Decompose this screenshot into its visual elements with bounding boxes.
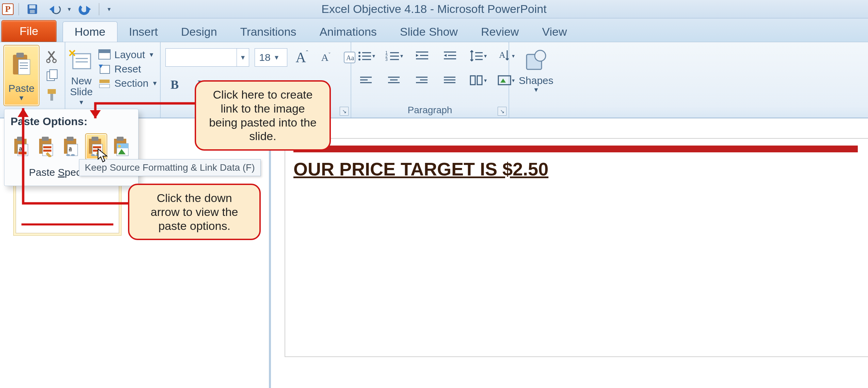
tab-design[interactable]: Design <box>170 21 229 42</box>
svg-text:a: a <box>69 146 72 151</box>
align-left-button[interactable] <box>357 72 376 88</box>
font-dialog-launcher[interactable]: ↘ <box>340 107 349 116</box>
ribbon-tabs: File Home Insert Design Transitions Anim… <box>0 18 868 42</box>
save-button[interactable] <box>24 2 41 16</box>
group-slides: New Slide ▼ Layout ▼ Rese <box>65 42 161 118</box>
undo-button[interactable]: ▾ <box>46 2 72 16</box>
paste-option-picture[interactable] <box>110 133 132 160</box>
svg-point-9 <box>47 59 50 63</box>
tab-slide-show[interactable]: Slide Show <box>388 21 469 42</box>
svg-rect-79 <box>92 137 98 141</box>
numbering-button[interactable]: 1 2 3 ▾ <box>385 48 404 64</box>
new-slide-button[interactable]: New Slide ▼ <box>69 45 94 106</box>
customize-qat-button[interactable]: ▾ <box>104 2 114 16</box>
tab-review[interactable]: Review <box>469 21 530 42</box>
svg-rect-72 <box>43 146 51 148</box>
svg-rect-1 <box>29 5 35 9</box>
redo-button[interactable] <box>77 2 94 16</box>
separator <box>18 3 19 15</box>
scissors-icon <box>46 50 58 64</box>
callout-down-arrow: Click the down arrow to view the paste o… <box>128 184 261 240</box>
numbering-icon: 1 2 3 <box>385 50 400 62</box>
format-painter-button[interactable] <box>43 86 61 103</box>
tab-animations[interactable]: Animations <box>308 21 388 42</box>
svg-point-29 <box>358 58 360 61</box>
cursor-icon <box>97 148 109 163</box>
font-name-combo[interactable]: ▾ <box>165 48 249 67</box>
svg-rect-68 <box>18 152 27 154</box>
new-slide-label: New Slide <box>70 75 93 97</box>
bold-button[interactable]: B <box>165 75 184 94</box>
window-title: Excel Objective 4.18 - Microsoft PowerPo… <box>321 2 546 16</box>
svg-rect-2 <box>30 10 35 13</box>
align-right-button[interactable] <box>413 72 432 88</box>
grow-font-button[interactable]: Aˆ <box>293 48 311 67</box>
increase-indent-button[interactable] <box>440 48 460 64</box>
line-spacing-button[interactable]: ▾ <box>468 48 487 64</box>
tab-transitions[interactable]: Transitions <box>229 21 308 42</box>
svg-point-27 <box>358 55 360 57</box>
paragraph-dialog-launcher[interactable]: ↘ <box>498 107 507 116</box>
paragraph-group-label: Paragraph <box>408 105 452 116</box>
paste-options-title: Paste Options: <box>11 115 132 128</box>
chevron-down-icon: ▼ <box>152 80 158 87</box>
tab-file[interactable]: File <box>1 20 57 42</box>
shrink-font-button[interactable]: Aˇ <box>317 48 335 67</box>
thumbnail-redline <box>21 223 113 225</box>
align-center-icon <box>387 75 401 85</box>
tab-insert[interactable]: Insert <box>117 21 170 42</box>
slide-title-text: OUR PRICE TARGET IS $2.50 <box>293 158 548 180</box>
cut-button[interactable] <box>43 48 61 65</box>
copy-button[interactable] <box>43 67 61 84</box>
tab-view[interactable]: View <box>530 21 578 42</box>
group-clipboard: Paste ▼ <box>0 42 65 118</box>
new-slide-icon <box>69 50 94 73</box>
svg-rect-22 <box>99 84 110 88</box>
svg-text:a: a <box>19 146 22 151</box>
tab-home[interactable]: Home <box>63 21 117 42</box>
svg-rect-75 <box>67 137 74 141</box>
svg-point-63 <box>535 50 546 61</box>
group-drawing: Shapes ▼ <box>509 42 563 118</box>
chevron-down-icon: ▼ <box>148 51 155 58</box>
shapes-icon <box>524 48 548 75</box>
chevron-down-icon: ▼ <box>533 86 539 94</box>
justify-icon <box>443 75 457 85</box>
svg-rect-60 <box>477 76 482 85</box>
layout-label: Layout <box>114 49 145 61</box>
layout-button[interactable]: Layout ▼ <box>98 49 158 61</box>
svg-text:A: A <box>499 50 505 60</box>
svg-rect-15 <box>73 54 91 69</box>
section-button[interactable]: Section ▼ <box>98 78 158 89</box>
svg-rect-12 <box>50 70 57 79</box>
justify-button[interactable] <box>440 72 460 88</box>
paste-label: Paste <box>9 83 35 94</box>
reset-label: Reset <box>114 63 141 75</box>
redo-icon <box>78 3 93 15</box>
columns-button[interactable]: ▾ <box>468 72 487 88</box>
svg-rect-4 <box>16 53 24 57</box>
svg-rect-61 <box>498 76 511 85</box>
font-size-combo[interactable]: 18 ▾ <box>255 48 287 67</box>
undo-icon <box>47 3 66 15</box>
bullets-button[interactable]: ▾ <box>357 48 376 64</box>
paste-option-use-destination-theme[interactable]: a <box>11 133 33 160</box>
svg-rect-21 <box>99 80 110 83</box>
svg-text:3: 3 <box>385 57 388 62</box>
paste-option-use-destination-theme-link[interactable]: a <box>60 133 82 160</box>
panel-divider[interactable] <box>269 120 271 388</box>
reset-button[interactable]: Reset <box>98 63 158 75</box>
paste-option-keep-source-formatting[interactable] <box>35 133 58 160</box>
svg-rect-5 <box>18 60 30 74</box>
svg-rect-84 <box>117 137 124 141</box>
paste-split-button[interactable]: Paste ▼ <box>3 45 39 106</box>
svg-rect-14 <box>50 94 53 101</box>
align-center-button[interactable] <box>385 72 404 88</box>
align-right-icon <box>415 75 429 85</box>
paste-icon <box>10 51 33 78</box>
decrease-indent-button[interactable] <box>413 48 432 64</box>
title-bar: P ▾ ▾ Excel Objective 4 <box>0 0 868 18</box>
columns-icon <box>469 74 484 86</box>
reset-icon <box>98 63 111 75</box>
slide-red-bar <box>293 146 858 152</box>
